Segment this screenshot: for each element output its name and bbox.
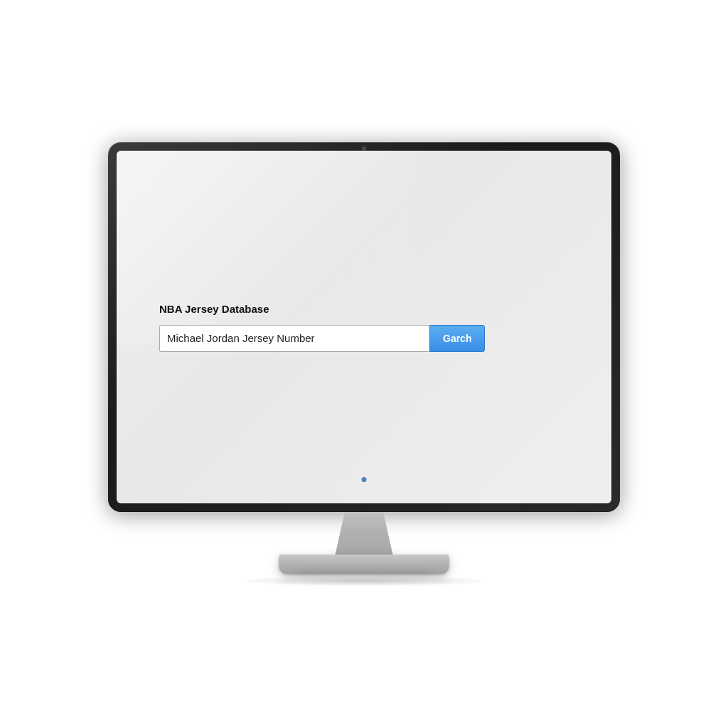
search-button[interactable]: Garch bbox=[429, 325, 485, 352]
screen: NBA Jersey Database Garch bbox=[117, 151, 611, 503]
app-title: NBA Jersey Database bbox=[159, 303, 485, 315]
screen-dot bbox=[362, 477, 367, 482]
monitor-bezel: NBA Jersey Database Garch bbox=[108, 142, 620, 512]
search-row: Garch bbox=[159, 325, 485, 352]
stand-base bbox=[279, 555, 449, 574]
app-content: NBA Jersey Database Garch bbox=[159, 303, 485, 352]
stand-neck bbox=[332, 512, 396, 555]
scene: NBA Jersey Database Garch bbox=[108, 142, 620, 586]
stand-shadow bbox=[243, 576, 485, 586]
search-input[interactable] bbox=[159, 325, 429, 352]
